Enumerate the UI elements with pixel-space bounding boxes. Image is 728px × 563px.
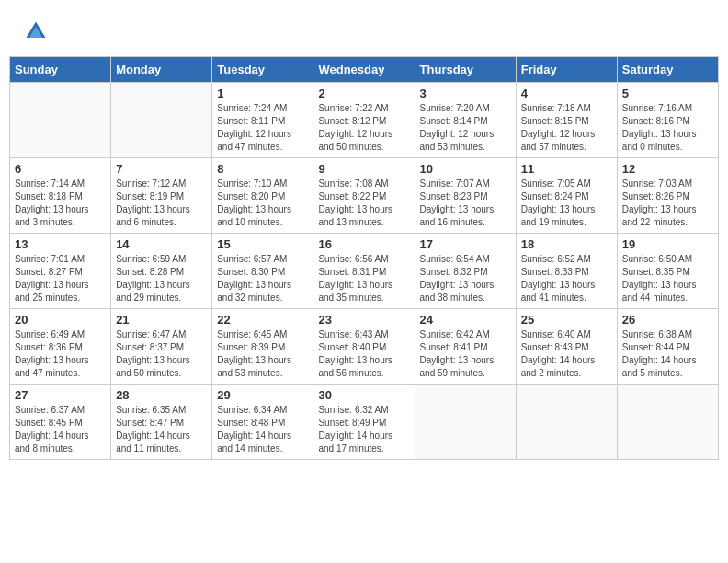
day-info: Sunrise: 6:50 AMSunset: 8:35 PMDaylight:… bbox=[622, 253, 713, 304]
calendar-cell: 19Sunrise: 6:50 AMSunset: 8:35 PMDayligh… bbox=[617, 234, 718, 309]
day-number: 2 bbox=[318, 86, 409, 100]
calendar-table: SundayMondayTuesdayWednesdayThursdayFrid… bbox=[9, 56, 719, 460]
sunset-info: Sunset: 8:31 PM bbox=[318, 267, 386, 277]
daylight-info: Daylight: 13 hours and 38 minutes. bbox=[420, 280, 495, 303]
day-number: 20 bbox=[15, 313, 106, 327]
daylight-info: Daylight: 13 hours and 22 minutes. bbox=[622, 204, 697, 227]
day-number: 4 bbox=[521, 86, 612, 100]
daylight-info: Daylight: 13 hours and 56 minutes. bbox=[318, 355, 392, 378]
sunrise-info: Sunrise: 6:38 AM bbox=[622, 329, 692, 339]
day-info: Sunrise: 7:01 AMSunset: 8:27 PMDaylight:… bbox=[15, 253, 106, 304]
sunset-info: Sunset: 8:30 PM bbox=[217, 267, 285, 277]
sunrise-info: Sunrise: 6:47 AM bbox=[116, 329, 186, 339]
calendar-cell: 2Sunrise: 7:22 AMSunset: 8:12 PMDaylight… bbox=[313, 83, 415, 158]
sunrise-info: Sunrise: 7:16 AM bbox=[622, 103, 692, 113]
sunrise-info: Sunrise: 7:18 AM bbox=[521, 103, 591, 113]
sunrise-info: Sunrise: 6:43 AM bbox=[318, 329, 388, 339]
daylight-info: Daylight: 13 hours and 25 minutes. bbox=[15, 280, 89, 303]
day-info: Sunrise: 6:52 AMSunset: 8:33 PMDaylight:… bbox=[521, 253, 612, 304]
sunset-info: Sunset: 8:26 PM bbox=[622, 191, 690, 201]
sunset-info: Sunset: 8:19 PM bbox=[116, 191, 184, 201]
day-info: Sunrise: 6:56 AMSunset: 8:31 PMDaylight:… bbox=[318, 253, 409, 304]
day-info: Sunrise: 6:47 AMSunset: 8:37 PMDaylight:… bbox=[116, 328, 207, 380]
weekday-header-row: SundayMondayTuesdayWednesdayThursdayFrid… bbox=[10, 57, 719, 83]
calendar-cell: 7Sunrise: 7:12 AMSunset: 8:19 PMDaylight… bbox=[111, 158, 212, 234]
calendar-cell bbox=[111, 83, 212, 158]
calendar-cell: 16Sunrise: 6:56 AMSunset: 8:31 PMDayligh… bbox=[313, 234, 415, 309]
daylight-info: Daylight: 14 hours and 5 minutes. bbox=[622, 355, 697, 378]
sunset-info: Sunset: 8:12 PM bbox=[318, 116, 386, 126]
calendar-cell: 21Sunrise: 6:47 AMSunset: 8:37 PMDayligh… bbox=[111, 309, 212, 385]
sunset-info: Sunset: 8:14 PM bbox=[420, 116, 488, 126]
sunrise-info: Sunrise: 6:34 AM bbox=[217, 405, 287, 415]
sunrise-info: Sunrise: 6:32 AM bbox=[318, 405, 388, 415]
sunset-info: Sunset: 8:45 PM bbox=[15, 418, 83, 428]
day-info: Sunrise: 7:10 AMSunset: 8:20 PMDaylight:… bbox=[217, 178, 308, 229]
sunset-info: Sunset: 8:47 PM bbox=[116, 418, 184, 428]
calendar-week-row: 20Sunrise: 6:49 AMSunset: 8:36 PMDayligh… bbox=[10, 309, 719, 385]
sunrise-info: Sunrise: 6:42 AM bbox=[420, 329, 490, 339]
calendar-cell: 14Sunrise: 6:59 AMSunset: 8:28 PMDayligh… bbox=[111, 234, 212, 309]
calendar-cell: 24Sunrise: 6:42 AMSunset: 8:41 PMDayligh… bbox=[415, 309, 516, 385]
daylight-info: Daylight: 14 hours and 8 minutes. bbox=[15, 431, 89, 454]
sunrise-info: Sunrise: 6:37 AM bbox=[15, 405, 85, 415]
day-number: 14 bbox=[116, 237, 207, 251]
daylight-info: Daylight: 13 hours and 16 minutes. bbox=[420, 204, 495, 227]
calendar-cell: 13Sunrise: 7:01 AMSunset: 8:27 PMDayligh… bbox=[10, 234, 111, 309]
day-number: 5 bbox=[622, 86, 713, 100]
day-info: Sunrise: 7:03 AMSunset: 8:26 PMDaylight:… bbox=[622, 178, 713, 229]
sunrise-info: Sunrise: 6:50 AM bbox=[622, 254, 692, 264]
sunrise-info: Sunrise: 6:56 AM bbox=[318, 254, 388, 264]
day-info: Sunrise: 7:22 AMSunset: 8:12 PMDaylight:… bbox=[318, 102, 409, 154]
daylight-info: Daylight: 12 hours and 50 minutes. bbox=[318, 129, 392, 152]
calendar-cell: 9Sunrise: 7:08 AMSunset: 8:22 PMDaylight… bbox=[313, 158, 415, 234]
daylight-info: Daylight: 13 hours and 0 minutes. bbox=[622, 129, 697, 152]
day-info: Sunrise: 6:38 AMSunset: 8:44 PMDaylight:… bbox=[622, 328, 713, 380]
weekday-header: Friday bbox=[516, 57, 617, 83]
sunrise-info: Sunrise: 6:52 AM bbox=[521, 254, 591, 264]
daylight-info: Daylight: 13 hours and 19 minutes. bbox=[521, 204, 596, 227]
calendar-week-row: 6Sunrise: 7:14 AMSunset: 8:18 PMDaylight… bbox=[10, 158, 719, 234]
sunset-info: Sunset: 8:18 PM bbox=[15, 191, 83, 201]
calendar-cell bbox=[516, 385, 617, 460]
sunset-info: Sunset: 8:44 PM bbox=[622, 342, 690, 352]
weekday-header: Sunday bbox=[10, 57, 111, 83]
day-number: 7 bbox=[116, 162, 207, 176]
sunrise-info: Sunrise: 7:20 AM bbox=[420, 103, 490, 113]
weekday-header: Thursday bbox=[415, 57, 516, 83]
calendar-cell: 30Sunrise: 6:32 AMSunset: 8:49 PMDayligh… bbox=[313, 385, 415, 460]
weekday-header: Wednesday bbox=[313, 57, 415, 83]
sunset-info: Sunset: 8:20 PM bbox=[217, 191, 285, 201]
sunrise-info: Sunrise: 6:40 AM bbox=[521, 329, 591, 339]
calendar-cell: 8Sunrise: 7:10 AMSunset: 8:20 PMDaylight… bbox=[212, 158, 313, 234]
calendar-cell: 25Sunrise: 6:40 AMSunset: 8:43 PMDayligh… bbox=[516, 309, 617, 385]
daylight-info: Daylight: 13 hours and 35 minutes. bbox=[318, 280, 392, 303]
day-number: 29 bbox=[217, 388, 308, 402]
daylight-info: Daylight: 12 hours and 57 minutes. bbox=[521, 129, 596, 152]
calendar-cell: 3Sunrise: 7:20 AMSunset: 8:14 PMDaylight… bbox=[415, 83, 516, 158]
sunset-info: Sunset: 8:27 PM bbox=[15, 267, 83, 277]
calendar-cell bbox=[415, 385, 516, 460]
day-number: 25 bbox=[521, 313, 612, 327]
sunrise-info: Sunrise: 6:59 AM bbox=[116, 254, 186, 264]
sunrise-info: Sunrise: 7:03 AM bbox=[622, 178, 692, 189]
sunset-info: Sunset: 8:39 PM bbox=[217, 342, 285, 352]
page-header bbox=[9, 9, 719, 49]
calendar-cell: 22Sunrise: 6:45 AMSunset: 8:39 PMDayligh… bbox=[212, 309, 313, 385]
weekday-header: Monday bbox=[111, 57, 212, 83]
calendar-cell: 17Sunrise: 6:54 AMSunset: 8:32 PMDayligh… bbox=[415, 234, 516, 309]
day-number: 18 bbox=[521, 237, 612, 251]
sunset-info: Sunset: 8:24 PM bbox=[521, 191, 589, 201]
day-number: 24 bbox=[420, 313, 511, 327]
weekday-header: Tuesday bbox=[212, 57, 313, 83]
sunrise-info: Sunrise: 7:14 AM bbox=[15, 178, 85, 189]
day-number: 8 bbox=[217, 162, 308, 176]
day-info: Sunrise: 6:54 AMSunset: 8:32 PMDaylight:… bbox=[420, 253, 511, 304]
day-number: 27 bbox=[15, 388, 106, 402]
day-info: Sunrise: 6:45 AMSunset: 8:39 PMDaylight:… bbox=[217, 328, 308, 380]
sunset-info: Sunset: 8:22 PM bbox=[318, 191, 386, 201]
day-number: 1 bbox=[217, 86, 308, 100]
calendar-cell: 5Sunrise: 7:16 AMSunset: 8:16 PMDaylight… bbox=[617, 83, 718, 158]
logo bbox=[23, 18, 52, 44]
daylight-info: Daylight: 13 hours and 32 minutes. bbox=[217, 280, 291, 303]
